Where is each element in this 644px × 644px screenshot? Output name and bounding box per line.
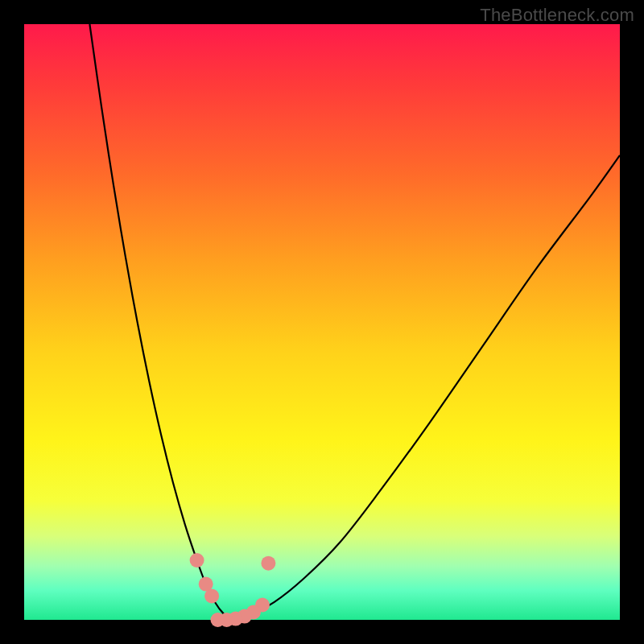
watermark-text: TheBottleneck.com (480, 5, 634, 26)
data-marker (211, 613, 225, 627)
chart-svg (24, 24, 620, 620)
data-marker (261, 556, 275, 571)
plot-area (24, 24, 620, 620)
right-curve (233, 155, 620, 620)
data-marker (190, 553, 204, 568)
left-curve (89, 24, 233, 620)
data-marker (204, 588, 219, 603)
marker-group (190, 553, 276, 627)
chart-container: TheBottleneck.com (0, 0, 644, 644)
